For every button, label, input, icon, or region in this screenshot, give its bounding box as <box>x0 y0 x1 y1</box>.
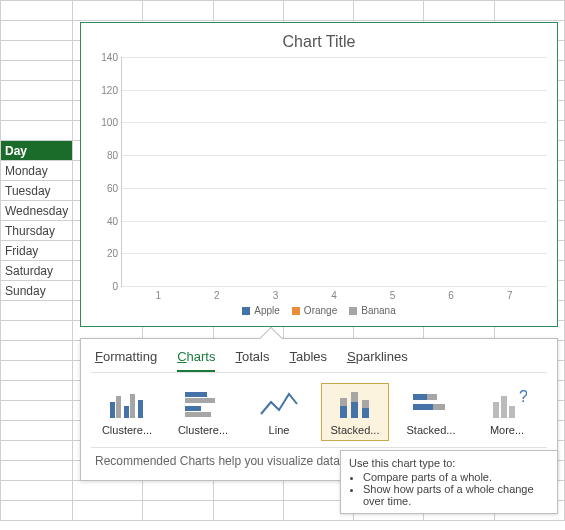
svg-rect-19 <box>493 402 499 418</box>
x-tick: 4 <box>317 290 351 301</box>
tab-tables[interactable]: Tables <box>289 349 327 372</box>
svg-rect-13 <box>362 408 369 418</box>
tab-charts[interactable]: Charts <box>177 349 215 372</box>
chart-option-stacked-bar[interactable]: Stacked... <box>397 383 465 441</box>
chart-option-label: Clustere... <box>96 424 158 436</box>
qa-tabs: Formatting Charts Totals Tables Sparklin… <box>81 339 557 372</box>
y-tick: 140 <box>92 52 118 63</box>
chart-option-label: Stacked... <box>400 424 462 436</box>
cell-day[interactable]: Sunday <box>1 281 73 301</box>
cell-day[interactable]: Saturday <box>1 261 73 281</box>
cell-day[interactable]: Monday <box>1 161 73 181</box>
legend-item: Orange <box>292 305 337 316</box>
chart-type-tooltip: Use this chart type to: Compare parts of… <box>340 450 558 514</box>
chart-option-label: Clustere... <box>172 424 234 436</box>
svg-rect-18 <box>433 404 445 410</box>
svg-rect-0 <box>110 402 115 418</box>
y-tick: 80 <box>92 150 118 161</box>
clustered-bar-icon <box>183 388 223 420</box>
y-tick: 0 <box>92 281 118 292</box>
svg-text:?: ? <box>519 388 527 405</box>
svg-rect-2 <box>124 406 129 418</box>
x-tick: 6 <box>434 290 468 301</box>
svg-rect-7 <box>185 406 201 411</box>
legend-item: Banana <box>349 305 395 316</box>
y-tick: 20 <box>92 248 118 259</box>
x-tick: 3 <box>258 290 292 301</box>
clustered-col-icon <box>107 388 147 420</box>
cell-day[interactable]: Friday <box>1 241 73 261</box>
chart-plot-area: 020406080100120140 <box>121 57 547 287</box>
legend-item: Apple <box>242 305 280 316</box>
chart-option-clustered-bar[interactable]: Clustere... <box>169 383 237 441</box>
chart-option-label: Stacked... <box>324 424 386 436</box>
svg-rect-4 <box>138 400 143 418</box>
svg-rect-12 <box>351 392 358 402</box>
y-tick: 60 <box>92 182 118 193</box>
svg-rect-14 <box>362 400 369 408</box>
chart-option-more[interactable]: ?More... <box>473 383 541 441</box>
x-tick: 1 <box>141 290 175 301</box>
more-icon: ? <box>487 388 527 420</box>
svg-rect-1 <box>116 396 121 418</box>
chart-option-label: More... <box>476 424 538 436</box>
y-tick: 40 <box>92 215 118 226</box>
x-tick: 7 <box>493 290 527 301</box>
chart-option-line[interactable]: Line <box>245 383 313 441</box>
cell-day[interactable]: Thursday <box>1 221 73 241</box>
cell-day[interactable]: Tuesday <box>1 181 73 201</box>
tooltip-bullet: Show how parts of a whole change over ti… <box>363 483 549 507</box>
svg-rect-6 <box>185 398 215 403</box>
tooltip-title: Use this chart type to: <box>349 457 549 469</box>
qa-options-row: Clustere...Clustere...LineStacked...Stac… <box>81 373 557 447</box>
chart-option-label: Line <box>248 424 310 436</box>
chart-x-axis: 1234567 <box>121 287 547 301</box>
tab-sparklines[interactable]: Sparklines <box>347 349 408 372</box>
y-tick: 120 <box>92 84 118 95</box>
stacked-col-icon <box>335 388 375 420</box>
x-tick: 2 <box>200 290 234 301</box>
svg-rect-20 <box>501 396 507 418</box>
tab-totals[interactable]: Totals <box>235 349 269 372</box>
svg-rect-10 <box>340 398 347 406</box>
x-tick: 5 <box>376 290 410 301</box>
svg-rect-5 <box>185 392 207 397</box>
chart-option-clustered-col[interactable]: Clustere... <box>93 383 161 441</box>
stacked-bar-icon <box>411 388 451 420</box>
svg-rect-16 <box>427 394 437 400</box>
svg-rect-11 <box>351 402 358 418</box>
y-tick: 100 <box>92 117 118 128</box>
svg-rect-8 <box>185 412 211 417</box>
chart-preview: Chart Title 020406080100120140 1234567 A… <box>80 22 558 327</box>
svg-rect-15 <box>413 394 427 400</box>
svg-rect-17 <box>413 404 433 410</box>
svg-rect-21 <box>509 406 515 418</box>
cell-day[interactable]: Wednesday <box>1 201 73 221</box>
line-icon <box>259 388 299 420</box>
chart-option-stacked-col[interactable]: Stacked... <box>321 383 389 441</box>
chart-legend: AppleOrangeBanana <box>91 305 547 316</box>
svg-rect-3 <box>130 394 135 418</box>
tooltip-bullet: Compare parts of a whole. <box>363 471 549 483</box>
chart-title: Chart Title <box>91 33 547 51</box>
column-header-day[interactable]: Day <box>1 141 73 161</box>
svg-rect-9 <box>340 406 347 418</box>
tab-formatting[interactable]: Formatting <box>95 349 157 372</box>
